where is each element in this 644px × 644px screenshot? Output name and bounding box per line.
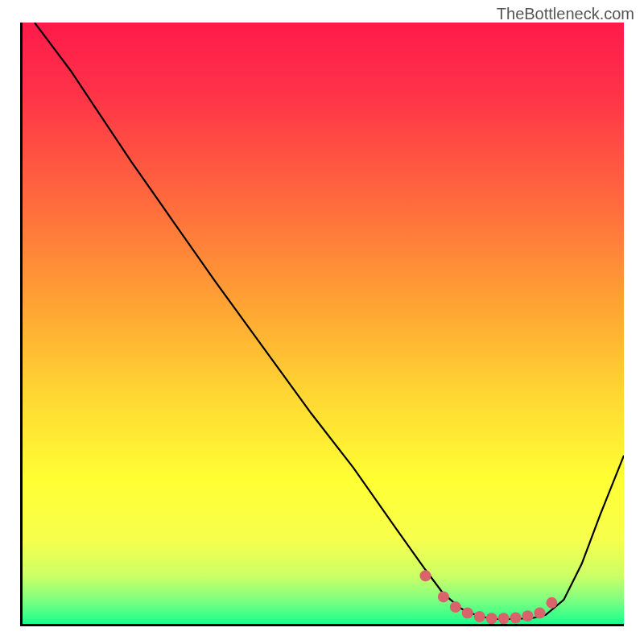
highlight-dot xyxy=(534,608,545,619)
highlight-dot xyxy=(419,570,431,581)
chart-svg xyxy=(23,23,624,624)
highlight-dot xyxy=(546,597,557,609)
watermark-text: TheBottleneck.com xyxy=(497,5,634,23)
gradient-background xyxy=(23,23,624,624)
highlight-dot xyxy=(474,611,485,622)
highlight-dot xyxy=(498,613,510,624)
highlight-dot xyxy=(510,613,522,624)
chart-container: TheBottleneck.com xyxy=(0,0,644,644)
highlight-dot xyxy=(522,610,533,621)
highlight-dot xyxy=(438,591,449,602)
highlight-dot xyxy=(486,613,497,624)
plot-area xyxy=(20,23,624,626)
highlight-dot xyxy=(462,608,473,619)
highlight-dot xyxy=(450,601,461,613)
